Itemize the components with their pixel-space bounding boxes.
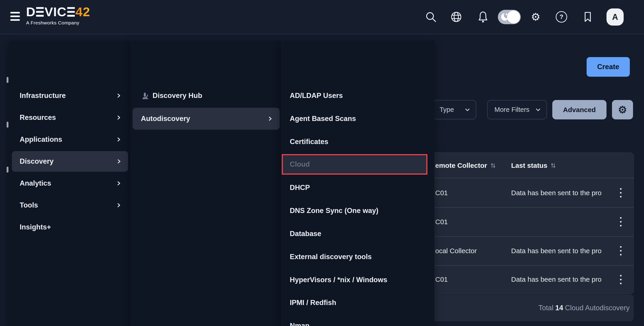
chevron-right-icon	[116, 202, 122, 208]
chevron-right-icon	[116, 114, 122, 121]
logo-letter-e-icon	[67, 7, 75, 17]
more-filters-dropdown[interactable]: More Filters	[487, 100, 547, 119]
sort-icon[interactable]	[490, 162, 496, 169]
status-cell: Data has been sent to the pro	[511, 178, 602, 207]
menu-item-hypervisors-nix-windows[interactable]: HyperVisors / *nix / Windows	[281, 270, 434, 290]
sidebar-icon-fragment	[7, 167, 8, 172]
menu-item-label: Applications	[20, 135, 62, 144]
bell-icon[interactable]	[476, 10, 490, 23]
search-icon[interactable]	[424, 10, 437, 23]
total-label: Total	[538, 304, 553, 312]
create-button-label: Create	[597, 63, 619, 71]
table-settings-button[interactable]: ⚙	[612, 100, 633, 119]
microscope-icon	[142, 92, 150, 100]
menu-item-ipmi-redfish[interactable]: IPMI / Redfish	[281, 293, 434, 313]
menu-item-label: Insights+	[20, 223, 51, 231]
menu-item-label: Discovery	[20, 157, 54, 165]
menu-item-label: Discovery Hub	[152, 92, 202, 100]
bookmark-icon[interactable]	[581, 10, 594, 23]
row-actions-kebab-icon[interactable]	[617, 186, 624, 200]
chevron-right-icon	[116, 92, 122, 99]
user-avatar[interactable]: A	[606, 8, 624, 25]
menu-item-analytics[interactable]: Analytics	[8, 173, 130, 194]
sidebar-icon-fragment	[7, 122, 8, 128]
column-header-remote-collector[interactable]: emote Collector	[435, 153, 496, 178]
menu-item-label: Resources	[20, 114, 56, 122]
menu-item-label: Database	[290, 230, 321, 238]
menu-item-label: Autodiscovery	[141, 115, 190, 123]
column-label: Last status	[511, 162, 547, 169]
total-entity-label: Cloud Autodiscovery	[565, 304, 630, 312]
menu-item-ad-ldap-users[interactable]: AD/LDAP Users	[281, 85, 434, 106]
menu-item-label: Cloud	[290, 160, 310, 168]
advanced-button-label: Advanced	[563, 106, 596, 114]
advanced-button[interactable]: Advanced	[552, 100, 606, 119]
globe-icon[interactable]	[450, 10, 463, 23]
help-icon[interactable]: ?	[555, 10, 568, 23]
type-filter-label: Type	[440, 106, 454, 114]
menu-item-autodiscovery[interactable]: Autodiscovery	[133, 108, 280, 130]
menu-item-cloud-highlighted[interactable]: Cloud	[282, 154, 428, 175]
menu-item-discovery-hub[interactable]: Discovery Hub	[131, 85, 281, 106]
menu-item-label: DHCP	[290, 183, 310, 192]
menu-panel-level2: Discovery Hub Autodiscovery	[130, 41, 281, 326]
column-header-last-status[interactable]: Last status	[511, 153, 556, 178]
collector-cell: C01	[435, 265, 448, 294]
top-bar: DVIC42 A Freshworks Company ⚙ ?	[0, 0, 644, 34]
toggle-knob	[507, 10, 520, 23]
menu-item-infrastructure[interactable]: Infrastructure	[8, 85, 130, 106]
total-count: 14	[555, 304, 563, 312]
hamburger-menu-icon[interactable]	[10, 12, 20, 22]
menu-item-external-discovery-tools[interactable]: External discovery tools	[281, 247, 434, 267]
menu-item-label: Infrastructure	[20, 92, 66, 100]
menu-item-dhcp[interactable]: DHCP	[281, 177, 434, 198]
menu-item-label: DNS Zone Sync (One way)	[290, 207, 378, 215]
sort-icon[interactable]	[550, 162, 556, 169]
row-actions-kebab-icon[interactable]	[617, 244, 624, 258]
chevron-down-icon	[464, 106, 471, 113]
menu-item-label: Tools	[20, 201, 38, 209]
menu-item-label: Nmap	[290, 322, 310, 326]
status-cell: Data has been sent to the pro	[511, 265, 602, 294]
menu-item-insights-plus[interactable]: Insights+	[8, 217, 130, 237]
device42-logo[interactable]: DVIC42 A Freshworks Company	[26, 5, 90, 25]
logo-part-d: D	[26, 5, 36, 19]
chevron-right-icon	[116, 158, 122, 164]
logo-part-vic: VIC	[44, 5, 66, 19]
menu-panel-level3: AD/LDAP Users Agent Based Scans Certific…	[281, 41, 434, 326]
menu-item-resources[interactable]: Resources	[8, 107, 130, 128]
menu-item-discovery[interactable]: Discovery	[12, 151, 128, 172]
menu-item-tools[interactable]: Tools	[8, 195, 130, 215]
chevron-right-icon	[116, 136, 122, 143]
row-actions-kebab-icon[interactable]	[617, 273, 624, 286]
menu-panel-level1: Infrastructure Resources Applications Di…	[8, 41, 130, 326]
logo-letter-e-icon	[36, 7, 44, 17]
menu-item-applications[interactable]: Applications	[8, 129, 130, 150]
menu-item-label: Analytics	[20, 179, 51, 187]
gear-icon[interactable]: ⚙	[529, 10, 542, 23]
collector-cell: ocal Collector	[435, 236, 477, 265]
collector-cell: C01	[435, 178, 448, 207]
type-filter-dropdown[interactable]: Type	[433, 100, 476, 119]
logo-wordmark: DVIC42	[26, 5, 90, 19]
dark-mode-toggle[interactable]	[498, 10, 521, 24]
menu-item-nmap[interactable]: Nmap	[281, 316, 434, 326]
create-button[interactable]: Create	[586, 57, 630, 77]
chevron-down-icon	[535, 106, 542, 113]
logo-tagline: A Freshworks Company	[26, 20, 90, 25]
menu-item-dns-zone-sync[interactable]: DNS Zone Sync (One way)	[281, 200, 434, 221]
collector-cell: C01	[435, 207, 448, 236]
column-label: emote Collector	[435, 162, 487, 169]
menu-item-label: IPMI / Redfish	[290, 299, 336, 307]
menu-item-label: External discovery tools	[290, 253, 372, 261]
menu-item-certificates[interactable]: Certificates	[281, 132, 434, 152]
more-filters-label: More Filters	[494, 106, 530, 114]
status-cell: Data has been sent to the pro	[511, 236, 602, 265]
menu-item-label: AD/LDAP Users	[290, 92, 343, 100]
help-glyph: ?	[560, 13, 564, 20]
menu-item-database[interactable]: Database	[281, 223, 434, 244]
menu-item-label: Agent Based Scans	[290, 115, 356, 123]
row-actions-kebab-icon[interactable]	[617, 215, 624, 229]
menu-item-agent-based-scans[interactable]: Agent Based Scans	[281, 108, 434, 129]
avatar-letter: A	[612, 12, 618, 22]
